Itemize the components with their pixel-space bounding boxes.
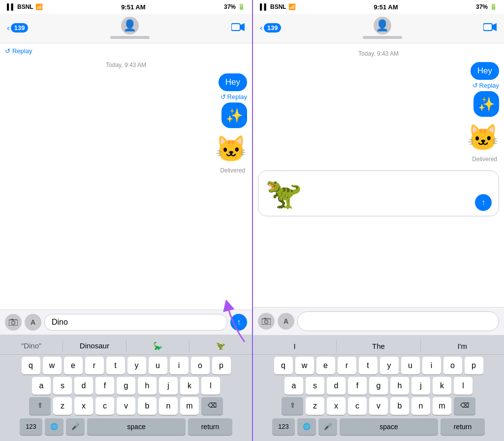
key-space-left[interactable]: space xyxy=(87,418,186,435)
nav-bar-right: ‹ 139 👤 xyxy=(253,14,504,43)
key-b-right[interactable]: b xyxy=(390,397,409,415)
backspace-key-left[interactable]: ⌫ xyxy=(201,397,223,415)
key-s-left[interactable]: s xyxy=(53,377,72,395)
key-u-right[interactable]: u xyxy=(401,357,420,374)
key-return-right[interactable]: return xyxy=(441,418,485,435)
key-v-right[interactable]: v xyxy=(369,397,388,415)
key-m-left[interactable]: m xyxy=(180,397,199,415)
key-l-left[interactable]: l xyxy=(201,377,220,395)
replay-link-1-right[interactable]: ↺ Replay xyxy=(258,82,499,89)
key-123-right[interactable]: 123 xyxy=(272,418,295,435)
camera-button-left[interactable] xyxy=(5,314,22,331)
key-d-right[interactable]: d xyxy=(327,377,346,395)
key-y-left[interactable]: y xyxy=(127,357,146,374)
key-c-right[interactable]: c xyxy=(348,397,367,415)
key-v-left[interactable]: v xyxy=(117,397,135,415)
key-h-left[interactable]: h xyxy=(138,377,157,395)
key-f-right[interactable]: f xyxy=(348,377,367,395)
key-g-left[interactable]: g xyxy=(117,377,135,395)
key-t-right[interactable]: t xyxy=(359,357,378,374)
key-e-left[interactable]: e xyxy=(64,357,83,374)
suggestion-2-right[interactable]: I'm xyxy=(421,340,504,352)
key-b-left[interactable]: b xyxy=(138,397,157,415)
hey-bubble-left: Hey xyxy=(219,73,247,91)
replay-icon-1-left: ↺ xyxy=(220,93,226,101)
contact-avatar-left[interactable]: 👤 xyxy=(110,17,150,39)
key-s-right[interactable]: s xyxy=(306,377,324,395)
key-i-left[interactable]: i xyxy=(170,357,189,374)
key-n-right[interactable]: n xyxy=(411,397,430,415)
key-n-left[interactable]: n xyxy=(159,397,178,415)
message-badge-right: 139 xyxy=(264,23,282,33)
key-k-left[interactable]: k xyxy=(180,377,199,395)
suggestion-0-right[interactable]: I xyxy=(253,340,337,352)
key-a-left[interactable]: a xyxy=(32,377,51,395)
key-a-right[interactable]: a xyxy=(284,377,303,395)
backspace-key-right[interactable]: ⌫ xyxy=(454,397,475,415)
key-y-right[interactable]: y xyxy=(380,357,399,374)
key-p-left[interactable]: p xyxy=(212,357,231,374)
cat-emoji-right: 🐱 xyxy=(467,123,499,153)
key-e-right[interactable]: e xyxy=(316,357,335,374)
key-return-left[interactable]: return xyxy=(188,418,232,435)
key-i-right[interactable]: i xyxy=(422,357,441,374)
key-q-right[interactable]: q xyxy=(274,357,293,374)
key-mic-left[interactable]: 🎤 xyxy=(66,418,85,435)
suggestion-1-left[interactable]: Dinosaur xyxy=(63,339,126,352)
suggestion-3-left[interactable]: 🦖 xyxy=(189,339,252,352)
send-button-in-chat-right[interactable]: ↑ xyxy=(475,194,492,211)
key-g-right[interactable]: g xyxy=(369,377,388,395)
dino-message-right: 🦖 ↑ xyxy=(258,170,499,216)
send-button-left[interactable]: ↑ xyxy=(230,314,247,331)
key-q-left[interactable]: q xyxy=(22,357,40,374)
key-c-left[interactable]: c xyxy=(95,397,114,415)
key-l-right[interactable]: l xyxy=(454,377,472,395)
key-space-right[interactable]: space xyxy=(340,418,438,435)
key-k-right[interactable]: k xyxy=(433,377,451,395)
back-button-right[interactable]: ‹ 139 xyxy=(260,23,281,33)
key-w-left[interactable]: w xyxy=(43,357,62,374)
replay-link-1-left[interactable]: ↺ Replay xyxy=(5,93,247,101)
key-mic-right[interactable]: 🎤 xyxy=(318,418,337,435)
key-globe-left[interactable]: 🌐 xyxy=(45,418,63,435)
key-j-left[interactable]: j xyxy=(159,377,178,395)
key-x-left[interactable]: x xyxy=(74,397,93,415)
video-call-button-left[interactable] xyxy=(231,21,245,35)
key-o-right[interactable]: o xyxy=(443,357,462,374)
key-x-right[interactable]: x xyxy=(327,397,346,415)
key-z-left[interactable]: z xyxy=(53,397,72,415)
shift-key-left[interactable]: ⇧ xyxy=(29,397,51,415)
key-r-left[interactable]: r xyxy=(85,357,104,374)
key-globe-right[interactable]: 🌐 xyxy=(297,418,316,435)
suggestion-0-left[interactable]: "Dino" xyxy=(0,339,63,352)
key-w-right[interactable]: w xyxy=(295,357,314,374)
key-m-right[interactable]: m xyxy=(433,397,451,415)
suggestion-2-left[interactable]: 🦕 xyxy=(126,339,189,352)
appstore-button-left[interactable]: A xyxy=(25,314,41,331)
key-j-right[interactable]: j xyxy=(411,377,430,395)
text-input-right[interactable] xyxy=(297,311,499,331)
svg-point-9 xyxy=(265,320,268,324)
contact-avatar-right[interactable]: 👤 xyxy=(363,17,402,39)
key-u-left[interactable]: u xyxy=(149,357,167,374)
key-d-left[interactable]: d xyxy=(74,377,93,395)
key-rows-left: q w e r t y u i o p a s d f g h j k l xyxy=(0,355,252,418)
camera-button-right[interactable] xyxy=(258,313,275,330)
key-z-right[interactable]: z xyxy=(306,397,324,415)
key-f-left[interactable]: f xyxy=(95,377,114,395)
key-r-right[interactable]: r xyxy=(338,357,356,374)
key-123-left[interactable]: 123 xyxy=(20,418,42,435)
text-input-left[interactable]: Dino xyxy=(44,314,227,331)
replay-top-left[interactable]: ↺ Replay xyxy=(5,47,247,55)
key-o-left[interactable]: o xyxy=(191,357,210,374)
key-h-right[interactable]: h xyxy=(390,377,409,395)
suggestion-1-right[interactable]: The xyxy=(337,340,420,352)
key-p-right[interactable]: p xyxy=(465,357,483,374)
replay-icon-1-right: ↺ xyxy=(472,82,478,89)
appstore-button-right[interactable]: A xyxy=(278,313,294,330)
shift-key-right[interactable]: ⇧ xyxy=(282,397,303,415)
video-call-button-right[interactable] xyxy=(483,21,497,35)
key-t-left[interactable]: t xyxy=(106,357,125,374)
back-button-left[interactable]: ‹ 139 xyxy=(7,23,28,33)
bottom-row-right: 123 🌐 🎤 space return xyxy=(253,418,504,439)
